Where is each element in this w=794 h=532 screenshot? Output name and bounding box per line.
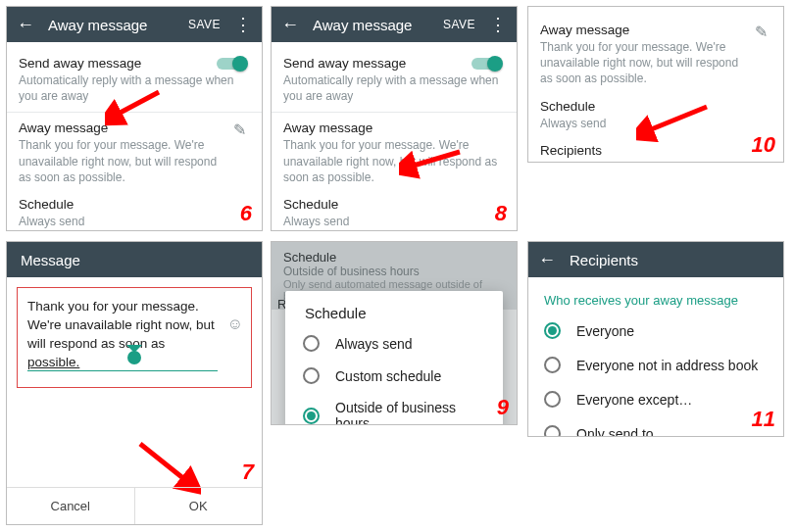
step-number: 9 <box>497 395 509 420</box>
row-label: Away message <box>19 121 250 135</box>
opt-custom-schedule[interactable]: Custom schedule <box>291 360 497 392</box>
dim-sub: Outside of business hours <box>283 265 505 278</box>
step-number: 7 <box>242 459 254 485</box>
opt-everyone[interactable]: Everyone <box>544 314 768 348</box>
message-editor[interactable]: Thank you for your message. We're unavai… <box>17 287 252 388</box>
cancel-button[interactable]: Cancel <box>7 488 135 524</box>
row-schedule[interactable]: Schedule Always send <box>283 191 505 231</box>
save-button[interactable]: SAVE <box>443 18 475 31</box>
button-bar: Cancel OK <box>7 487 262 524</box>
toggle-switch[interactable] <box>217 56 246 72</box>
app-header: ← Away message SAVE ⋮ <box>272 7 517 42</box>
radio-icon-selected <box>303 408 320 424</box>
toggle-switch[interactable] <box>471 56 501 72</box>
row-label: Schedule <box>283 197 505 212</box>
back-icon[interactable]: ← <box>538 250 556 270</box>
app-header: ← Recipients <box>528 242 783 277</box>
opt-only-send-to[interactable]: Only send to… <box>544 416 768 437</box>
opt-outside-hours[interactable]: Outside of business hours <box>291 392 497 425</box>
panel-10: Away message Thank you for your message.… <box>527 6 784 163</box>
svg-line-1 <box>140 444 189 483</box>
emoji-icon[interactable]: ☺ <box>227 315 243 333</box>
group-title: Who receives your away message <box>544 293 768 308</box>
header-title: Away message <box>48 17 174 33</box>
save-button[interactable]: SAVE <box>188 18 221 31</box>
radio-icon <box>303 335 320 352</box>
text-cursor-handle[interactable] <box>124 349 144 368</box>
modal-title: Schedule <box>291 305 497 327</box>
app-header: ← Away message SAVE ⋮ <box>7 7 262 42</box>
opt-always-send[interactable]: Always send <box>291 327 497 360</box>
step-number: 11 <box>752 407 775 432</box>
row-sub: Always send <box>19 214 250 229</box>
row-sub: Always send <box>540 116 771 131</box>
message-text: Thank you for your message. We're unavai… <box>27 299 215 369</box>
row-away-message[interactable]: Away message Thank you for your message.… <box>283 115 505 191</box>
radio-icon <box>544 391 561 408</box>
panel-9: Schedule Outside of business hours Only … <box>271 241 518 425</box>
row-label: Recipients <box>540 143 771 158</box>
ok-button[interactable]: OK <box>135 488 263 524</box>
back-icon[interactable]: ← <box>281 15 299 35</box>
header-title: Away message <box>313 17 429 33</box>
header-title: Recipients <box>570 252 773 268</box>
opt-everyone-except[interactable]: Everyone except… <box>544 382 768 416</box>
row-away-message[interactable]: Away message Thank you for your message.… <box>540 17 771 93</box>
dim-title: Schedule <box>283 250 505 265</box>
radio-icon <box>544 425 561 437</box>
step-number: 6 <box>240 201 252 226</box>
row-label: Away message <box>283 121 505 135</box>
radio-icon <box>544 357 561 373</box>
step-number: 10 <box>752 132 775 158</box>
row-label: Send away message <box>19 56 250 71</box>
row-label: Away message <box>540 23 771 37</box>
radio-icon <box>303 367 320 384</box>
row-sub: Thank you for your message. We're unavai… <box>540 39 771 87</box>
schedule-modal: Schedule Always send Custom schedule Out… <box>285 291 503 425</box>
row-sub: Thank you for your message. We're unavai… <box>283 137 505 185</box>
radio-icon-selected <box>544 322 561 339</box>
more-icon[interactable]: ⋮ <box>234 16 252 33</box>
row-sub: Always send <box>283 214 505 229</box>
panel-6: ← Away message SAVE ⋮ Send away message … <box>6 6 263 231</box>
panel-11: ← Recipients Who receives your away mess… <box>527 241 784 437</box>
row-label: Schedule <box>19 197 250 212</box>
row-sub: Send to everyone <box>540 160 771 163</box>
row-schedule[interactable]: Schedule Always send <box>540 93 771 137</box>
back-icon[interactable]: ← <box>17 15 34 35</box>
more-icon[interactable]: ⋮ <box>489 16 507 33</box>
row-sub: Thank you for your message. We're unavai… <box>19 137 250 185</box>
panel-8: ← Away message SAVE ⋮ Send away message … <box>271 6 518 231</box>
step-number: 8 <box>495 201 507 226</box>
row-away-message[interactable]: Away message Thank you for your message.… <box>19 115 250 191</box>
row-recipients[interactable]: Recipients Send to everyone <box>540 137 771 163</box>
edit-icon[interactable]: ✎ <box>755 23 768 41</box>
header-title: Message <box>21 252 252 268</box>
row-sub: Automatically reply with a message when … <box>19 73 250 104</box>
row-schedule[interactable]: Schedule Always send <box>19 191 250 231</box>
row-label: Schedule <box>540 99 771 114</box>
row-sub: Automatically reply with a message when … <box>283 73 505 104</box>
edit-icon[interactable]: ✎ <box>233 121 246 139</box>
opt-not-in-book[interactable]: Everyone not in address book <box>544 348 768 382</box>
row-send-away[interactable]: Send away message Automatically reply wi… <box>283 50 505 110</box>
app-header: Message <box>7 242 262 277</box>
row-send-away[interactable]: Send away message Automatically reply wi… <box>19 50 250 110</box>
panel-7: Message Thank you for your message. We'r… <box>6 241 263 525</box>
